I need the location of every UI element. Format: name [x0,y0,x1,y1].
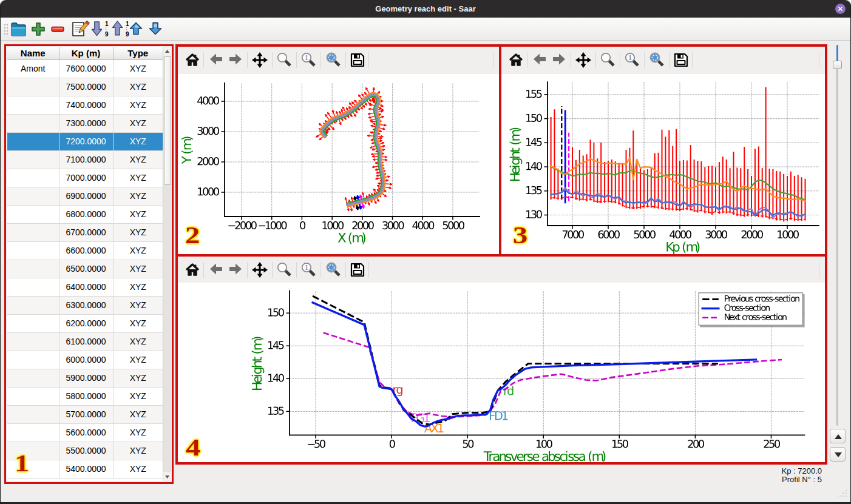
svg-text::: : [126,25,127,31]
svg-text::: : [106,25,107,31]
svg-text:9: 9 [105,31,109,38]
svg-text:9: 9 [126,31,129,38]
